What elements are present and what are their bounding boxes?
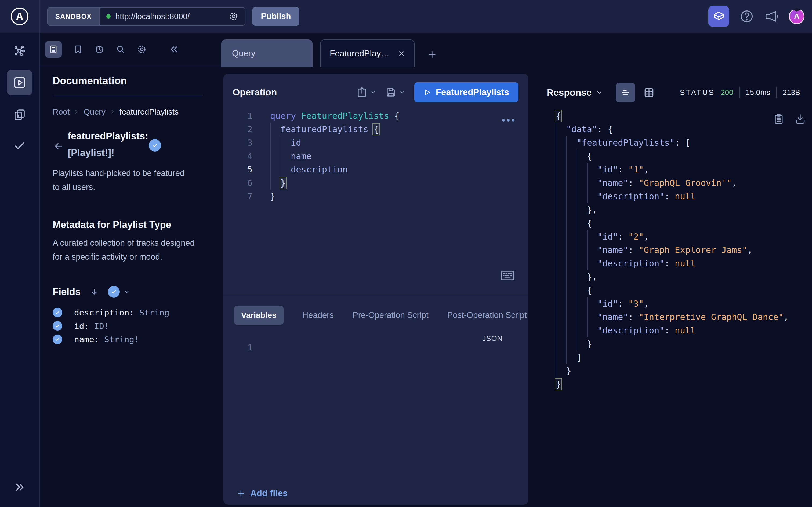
indent-guide xyxy=(566,150,577,163)
code-token: , xyxy=(644,231,649,242)
line-number: 1 xyxy=(223,109,252,123)
graduation-cap-icon xyxy=(792,7,801,12)
tab-query[interactable]: Query xyxy=(221,40,313,67)
expand-sidebar-icon[interactable] xyxy=(14,481,26,493)
run-operation-button[interactable]: FeaturedPlaylists xyxy=(414,82,518,102)
schema-graph-icon[interactable] xyxy=(13,44,26,57)
response-chevron-icon[interactable] xyxy=(596,89,603,96)
share-operation-control[interactable] xyxy=(356,87,376,98)
apollo-logo[interactable]: A xyxy=(11,7,29,25)
help-icon[interactable] xyxy=(740,9,754,23)
field-selected-check[interactable] xyxy=(149,139,161,152)
code-token: "id" xyxy=(597,164,618,175)
changelog-diff-icon[interactable] xyxy=(13,108,26,121)
line-number: 6 xyxy=(223,176,252,190)
code-line: 5description xyxy=(223,163,528,176)
save-operation-control[interactable] xyxy=(385,87,405,98)
breadcrumb-root[interactable]: Root xyxy=(53,107,69,116)
sandbox-switcher-button[interactable] xyxy=(708,6,729,27)
indent-guide xyxy=(576,324,587,337)
add-tab-icon[interactable] xyxy=(427,49,437,60)
indent-guide xyxy=(281,136,291,150)
code-token: } xyxy=(281,178,286,188)
response-header: Response STATUS 200 15.0ms xyxy=(547,80,800,105)
close-tab-icon[interactable] xyxy=(398,50,405,57)
add-files-button[interactable]: Add files xyxy=(235,485,289,502)
endpoint-url-field[interactable]: http://localhost:8000/ xyxy=(100,7,245,25)
sort-descending-icon[interactable] xyxy=(90,287,99,296)
indent-guide xyxy=(576,203,587,217)
editor-overflow-menu-icon[interactable] xyxy=(502,119,514,121)
select-all-check[interactable] xyxy=(108,286,120,298)
sandbox-cube-icon xyxy=(713,10,725,22)
save-chevron-icon[interactable] xyxy=(399,89,405,95)
bookmarks-icon[interactable] xyxy=(73,45,83,54)
announcements-megaphone-icon[interactable] xyxy=(764,9,779,23)
code-token: { xyxy=(587,151,592,161)
code-token: "id" xyxy=(597,298,618,309)
raw-view-toggle[interactable] xyxy=(616,83,635,102)
breadcrumb-query[interactable]: Query xyxy=(84,107,106,116)
explorer-nav-item[interactable] xyxy=(7,70,33,96)
code-token: , xyxy=(747,245,752,255)
keyboard-shortcuts-icon[interactable] xyxy=(501,270,514,281)
indent-guide xyxy=(566,324,577,337)
indent-guide xyxy=(587,311,598,324)
search-icon[interactable] xyxy=(116,45,125,54)
endpoint-url[interactable]: http://localhost:8000/ xyxy=(115,12,190,21)
chevron-down-icon[interactable] xyxy=(123,289,130,295)
indent-guide xyxy=(566,136,577,150)
operation-editor[interactable]: 1query FeaturedPlaylists {2featuredPlayl… xyxy=(223,109,528,203)
code-token: : xyxy=(618,164,628,175)
checks-icon[interactable] xyxy=(13,139,26,152)
tab-post-operation-script[interactable]: Post-Operation Script xyxy=(447,311,527,320)
tab-headers[interactable]: Headers xyxy=(302,311,334,320)
indent-guide xyxy=(556,136,566,150)
indent-guide xyxy=(556,364,566,378)
indent-guide xyxy=(576,230,587,243)
save-icon[interactable] xyxy=(385,87,397,98)
indent-guide xyxy=(566,257,577,270)
field-list-item[interactable]: description: String xyxy=(53,308,169,317)
field-check[interactable] xyxy=(53,308,62,317)
indent-guide xyxy=(566,176,577,190)
code-line: } xyxy=(537,378,812,391)
metric-divider xyxy=(776,87,777,99)
indent-guide xyxy=(576,243,587,257)
endpoint-settings-gear-icon[interactable] xyxy=(229,11,239,21)
share-icon[interactable] xyxy=(356,87,368,98)
main-area: Documentation Root Query featuredPlaylis… xyxy=(0,33,812,507)
collapse-panel-icon[interactable] xyxy=(169,44,180,54)
table-view-toggle[interactable] xyxy=(643,87,655,99)
response-metrics: STATUS 200 15.0ms 213B xyxy=(680,87,800,99)
code-token: featuredPlaylists xyxy=(281,124,374,134)
code-token: : xyxy=(628,245,639,255)
code-line: "featuredPlaylists": [ xyxy=(537,136,812,150)
field-check[interactable] xyxy=(53,321,62,331)
select-all-fields-control[interactable] xyxy=(108,286,130,298)
field-list-item[interactable]: id: ID! xyxy=(53,321,109,331)
tab-featured-playlists[interactable]: FeaturedPlay… xyxy=(320,40,415,67)
user-avatar[interactable]: A xyxy=(789,9,805,24)
field-list-item[interactable]: name: String! xyxy=(53,335,139,344)
publish-button[interactable]: Publish xyxy=(252,7,300,26)
code-token: "name" xyxy=(597,312,628,322)
settings-gear-icon[interactable] xyxy=(137,45,147,54)
line-number: 2 xyxy=(223,123,252,136)
indent-guide xyxy=(270,123,281,136)
tab-variables[interactable]: Variables xyxy=(234,306,284,325)
code-token: { xyxy=(394,111,399,121)
code-line: "description": null xyxy=(537,324,812,337)
share-chevron-icon[interactable] xyxy=(370,89,376,95)
tab-pre-operation-script[interactable]: Pre-Operation Script xyxy=(353,311,428,320)
field-item-type: String xyxy=(134,308,169,317)
documentation-tab-button[interactable] xyxy=(45,41,62,58)
field-type[interactable]: [Playlist!]! xyxy=(68,145,156,161)
indent-guide xyxy=(556,284,566,297)
history-icon[interactable] xyxy=(95,45,104,54)
back-arrow-icon[interactable] xyxy=(53,141,64,152)
code-line: }, xyxy=(537,203,812,217)
variables-line-number: 1 xyxy=(223,341,252,354)
field-check[interactable] xyxy=(53,335,62,344)
response-json-viewer[interactable]: {"data": {"featuredPlaylists": [{"id": "… xyxy=(537,109,812,391)
